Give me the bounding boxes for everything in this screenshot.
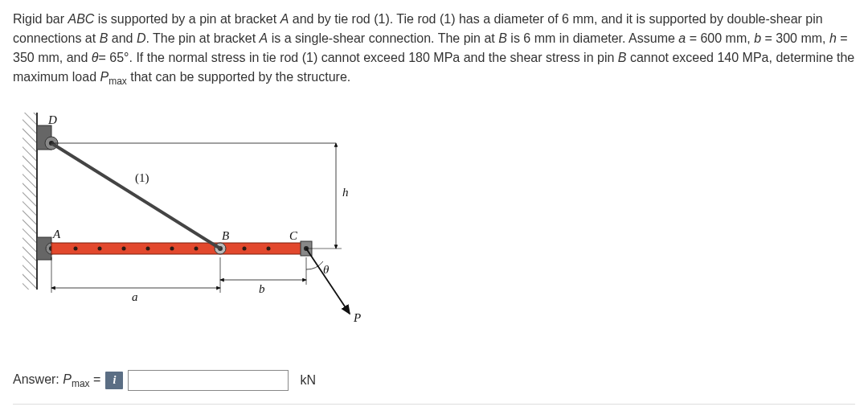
label-a: a — [132, 290, 138, 303]
text: is supported by a pin at bracket — [94, 12, 280, 26]
svg-point-13 — [146, 247, 150, 251]
label-A: A — [52, 228, 61, 240]
label-D: D — [47, 113, 57, 126]
sub-max: max — [72, 378, 90, 389]
svg-point-11 — [98, 247, 102, 251]
answer-label: Answer: Pmax = — [13, 370, 100, 391]
text: = — [90, 372, 101, 386]
svg-point-10 — [74, 247, 78, 251]
text: Answer: — [13, 372, 63, 386]
text: that can be supported by the structure. — [127, 70, 350, 84]
label-b: b — [259, 282, 265, 295]
svg-rect-1 — [23, 113, 37, 290]
svg-point-16 — [243, 247, 247, 251]
var-A: A — [280, 12, 289, 26]
text: is 6 mm in diameter. Assume — [507, 31, 678, 45]
text: Rigid bar — [13, 12, 68, 26]
text: is a single-shear connection. The pin at — [268, 31, 498, 45]
svg-line-22 — [51, 143, 220, 249]
var-B: B — [498, 31, 507, 45]
answer-row: Answer: Pmax = i kN — [13, 370, 855, 391]
var-b: b — [754, 31, 761, 45]
var-theta: θ — [92, 51, 99, 64]
answer-input[interactable] — [128, 370, 289, 391]
label-theta: θ — [323, 263, 330, 276]
problem-statement: Rigid bar ABC is supported by a pin at b… — [13, 10, 855, 88]
var-P: P — [63, 372, 72, 386]
var-P: P — [100, 70, 108, 84]
text: and — [108, 31, 137, 45]
svg-line-31 — [306, 249, 350, 314]
text: = 65°. If the normal stress in tie rod (… — [99, 51, 618, 64]
var-a: a — [678, 31, 686, 45]
figure: D (1) A B C a b h θ P — [16, 113, 370, 338]
var-A: A — [260, 31, 268, 45]
label-h: h — [342, 186, 349, 199]
label-P: P — [353, 311, 361, 324]
svg-point-12 — [122, 247, 126, 251]
var-D: D — [137, 31, 146, 45]
svg-point-17 — [267, 247, 271, 251]
var-B: B — [100, 31, 108, 45]
text: = 600 mm, — [686, 31, 754, 45]
text: = 300 mm, — [761, 31, 829, 45]
svg-point-14 — [170, 247, 174, 251]
label-rod: (1) — [135, 171, 149, 185]
label-C: C — [289, 229, 298, 242]
var-B: B — [618, 51, 627, 64]
sub-max: max — [108, 76, 127, 87]
info-icon[interactable]: i — [105, 372, 123, 389]
var-h: h — [829, 31, 837, 45]
divider — [13, 404, 855, 405]
text: . The pin at bracket — [145, 31, 259, 45]
var-abc: ABC — [68, 12, 94, 26]
unit-label: kN — [300, 371, 316, 390]
label-B: B — [222, 229, 229, 242]
svg-point-15 — [194, 247, 199, 251]
